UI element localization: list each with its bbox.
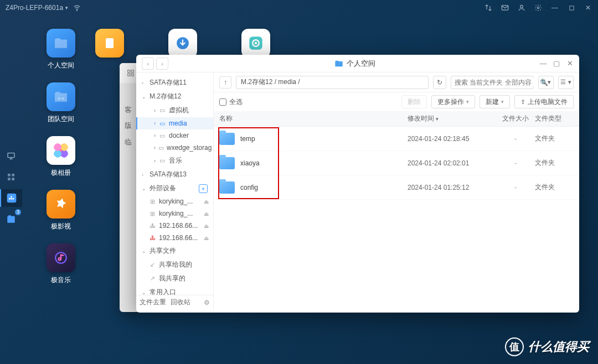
svg-rect-22 [131,74,133,76]
col-time[interactable]: 修改时间▾ [408,114,496,123]
dock-docker-icon[interactable] [0,189,22,207]
path-input[interactable]: M.2存储12 / media / [236,76,429,89]
folder-icon [219,157,235,169]
file-name: temp [240,135,255,143]
folder-icon: ▭ [158,132,166,139]
file-time: 2024-01-24 02:02:01 [408,159,496,167]
eject-icon[interactable]: ⏏ [204,223,209,229]
up-button[interactable]: ↑ [219,76,231,89]
folder-icon: ▭ [158,119,166,127]
view-toggle[interactable]: ☰ ▾ [558,76,574,89]
dock-files-icon[interactable] [0,210,22,228]
nav-forward-button[interactable]: › [156,58,168,70]
desktop-team-space[interactable]: 团队空间 [38,82,84,124]
svg-rect-5 [8,153,14,158]
flower-icon [47,136,75,165]
maximize-icon[interactable] [567,3,576,12]
col-size[interactable]: 文件大小 [496,114,535,123]
chevron-down-icon: ⌄ [142,248,147,254]
video-icon [47,190,75,219]
gear-icon[interactable] [534,3,543,12]
desktop-icons: 个人空间 团队空间 极相册 极影视 极音乐 [38,29,84,285]
sidebar-item-external[interactable]: 🖧192.168.66...⏏ [136,232,213,244]
app-tile-sync[interactable] [241,29,270,58]
sidebar: ›SATA存储11 ⌄M.2存储12 ›▭虚拟机 ›▭media ›▭docke… [136,72,214,313]
close-icon[interactable]: ✕ [584,3,592,12]
sidebar-group-sata13[interactable]: ›SATA存储13 [136,168,213,181]
sidebar-group-m2[interactable]: ⌄M.2存储12 [136,90,213,103]
app-tile-1[interactable] [95,29,124,58]
mail-icon[interactable] [501,3,509,12]
more-actions-button[interactable]: 更多操作▾ [431,95,475,108]
select-all-input[interactable] [219,98,226,106]
sidebar-group-quick[interactable]: ⌄常用入口 [136,285,213,295]
left-mini-dock [0,144,22,231]
search-box[interactable]: 🔍 [451,76,534,89]
file-type: 文件夹 [535,134,574,143]
upload-button[interactable]: ⇪上传电脑文件 [514,95,574,108]
sidebar-item-media[interactable]: ›▭media [136,117,213,129]
desktop-album[interactable]: 极相册 [38,136,84,178]
dedupe-button[interactable]: 文件去重 [140,298,166,307]
col-name[interactable]: 名称 [219,114,408,123]
nav-back-button[interactable]: ‹ [142,58,154,70]
eject-icon[interactable]: ⏏ [204,211,209,217]
delete-button: 删除 [401,95,427,108]
sidebar-item-my-shares[interactable]: ↗我共享的 [136,272,213,285]
file-name: config [240,184,258,191]
sort-desc-icon: ▾ [436,116,439,122]
chevron-right-icon: › [154,133,156,138]
chevron-right-icon: › [154,158,156,164]
add-external-button[interactable]: + [199,184,208,193]
col-type[interactable]: 文件类型 [535,114,574,123]
desktop-music[interactable]: 极音乐 [38,243,84,285]
device-dropdown[interactable]: Z4Pro-LEFP-6601a ▾ [6,4,68,12]
sidebar-item-docker[interactable]: ›▭docker [136,129,213,142]
share-out-icon: ↗ [148,275,156,283]
new-button[interactable]: 新建▾ [480,95,510,108]
user-icon[interactable] [517,3,526,12]
sidebar-group-sata11[interactable]: ›SATA存储11 [136,76,213,90]
sort-toggle[interactable]: ⇅ ▾ [538,76,554,89]
sidebar-group-share[interactable]: ⌄共享文件 [136,244,213,258]
gear-icon[interactable]: ⚙ [204,299,210,306]
desktop-personal-space[interactable]: 个人空间 [38,29,84,70]
svg-point-0 [76,10,77,11]
desktop-video[interactable]: 极影视 [38,190,84,231]
svg-point-18 [255,42,257,45]
dock-monitor-icon[interactable] [0,147,22,165]
table-row[interactable]: temp 2024-01-24 02:18:45 - 文件夹 [214,127,579,151]
chevron-down-icon: ⌄ [142,94,147,100]
svg-rect-6 [8,174,11,176]
recycle-button[interactable]: 回收站 [171,298,190,307]
device-icon: ⊞ [148,210,156,217]
search-input[interactable] [455,79,538,86]
table-row[interactable]: config 2024-01-24 01:25:12 - 文件夹 [214,175,579,200]
sidebar-item-shared-to-me[interactable]: ↙共享给我的 [136,258,213,272]
minimize-icon[interactable]: — [550,3,559,12]
window-maximize[interactable]: ▢ [553,59,560,67]
sidebar-group-external[interactable]: ⌄外部设备+ [136,181,213,195]
sidebar-item-music[interactable]: ›▭音乐 [136,154,213,168]
chevron-down-icon: ▾ [466,99,469,105]
svg-point-3 [537,7,539,9]
chevron-right-icon: › [142,172,147,178]
file-type: 文件夹 [535,183,574,192]
sidebar-item-wxedge[interactable]: ›▭wxedge_storag [136,142,213,154]
eject-icon[interactable]: ⏏ [204,199,209,205]
transfer-icon[interactable] [484,3,493,12]
sidebar-item-external[interactable]: ⊞koryking_...⏏ [136,207,213,220]
sidebar-item-external[interactable]: 🖧192.168.66...⏏ [136,220,213,232]
table-row[interactable]: xiaoya 2024-01-24 02:02:01 - 文件夹 [214,151,579,175]
window-minimize[interactable]: — [539,59,547,67]
sidebar-item-vm[interactable]: ›▭虚拟机 [136,103,213,117]
refresh-button[interactable]: ↻ [433,76,446,89]
app-tile-download[interactable] [168,29,197,58]
window-close[interactable]: ✕ [566,59,574,67]
dock-grid-icon[interactable] [0,168,22,186]
select-all-checkbox[interactable]: 全选 [219,97,243,107]
sidebar-item-external[interactable]: ⊞koryking_...⏏ [136,195,213,207]
svg-rect-20 [131,70,133,72]
wifi-icon[interactable] [73,3,81,12]
eject-icon[interactable]: ⏏ [204,235,209,241]
